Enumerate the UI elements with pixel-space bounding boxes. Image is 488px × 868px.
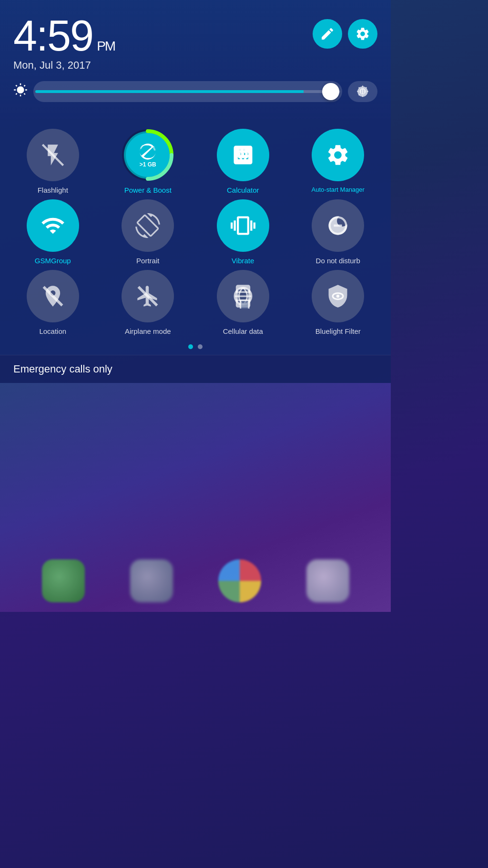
dock-icon-gray[interactable] xyxy=(130,559,173,602)
emergency-bar: Emergency calls only xyxy=(0,355,391,383)
qs-item-bluelight[interactable]: Bluelight Filter xyxy=(293,270,384,336)
homescreen-area xyxy=(0,383,391,612)
settings-button[interactable] xyxy=(348,19,377,49)
brightness-low-icon xyxy=(13,83,28,101)
dock-icon-chrome[interactable] xyxy=(218,559,261,602)
qs-item-cellular[interactable]: Cellular data xyxy=(198,270,288,336)
qs-label-portrait: Portrait xyxy=(136,257,159,265)
svg-point-8 xyxy=(242,159,244,162)
qs-item-airplane[interactable]: Airplane mode xyxy=(103,270,193,336)
dot-1[interactable] xyxy=(188,344,193,349)
emergency-text: Emergency calls only xyxy=(13,363,112,375)
qs-label-cellular: Cellular data xyxy=(223,327,263,336)
brightness-slider[interactable] xyxy=(33,81,342,102)
svg-text:●: ● xyxy=(337,153,339,156)
svg-point-5 xyxy=(242,156,244,158)
qs-item-autostart[interactable]: ● Auto-start Manager xyxy=(293,129,384,195)
qs-item-calculator[interactable]: Calculator xyxy=(198,129,288,195)
time-ampm: PM xyxy=(97,39,115,53)
svg-point-10 xyxy=(238,153,241,155)
top-panel: 4:59PM Mon, Jul 3, 2017 xyxy=(0,0,391,119)
svg-point-6 xyxy=(245,156,248,158)
svg-point-4 xyxy=(238,156,241,158)
qs-label-bluelight: Bluelight Filter xyxy=(315,327,361,336)
svg-rect-3 xyxy=(238,148,248,152)
qs-item-flashlight[interactable]: Flashlight xyxy=(8,129,98,195)
notes-edit-button[interactable] xyxy=(313,19,342,49)
svg-point-7 xyxy=(238,159,241,162)
dot-2[interactable] xyxy=(198,344,203,349)
qs-label-calculator: Calculator xyxy=(227,186,259,195)
power-boost-sub: >1 GB xyxy=(140,161,156,168)
dock-icon-light[interactable] xyxy=(306,559,349,602)
qs-label-autostart: Auto-start Manager xyxy=(312,186,365,194)
qs-label-power-boost: Power & Boost xyxy=(124,186,172,195)
qs-label-location: Location xyxy=(39,327,66,336)
qs-label-donotdisturb: Do not disturb xyxy=(316,257,360,265)
dock-icon-green[interactable] xyxy=(42,559,85,602)
qs-item-gsmgroup[interactable]: GSMGroup xyxy=(8,199,98,265)
pagination-dots xyxy=(0,341,391,355)
qs-label-gsmgroup: GSMGroup xyxy=(35,257,71,265)
svg-rect-21 xyxy=(240,300,248,309)
qs-item-portrait[interactable]: Portrait xyxy=(103,199,193,265)
svg-point-11 xyxy=(242,153,244,155)
qs-item-vibrate[interactable]: Vibrate xyxy=(198,199,288,265)
auto-brightness-button[interactable] xyxy=(348,81,377,102)
svg-point-12 xyxy=(245,153,248,155)
svg-point-23 xyxy=(336,295,340,298)
qs-item-power-boost[interactable]: >1 GB Power & Boost xyxy=(103,129,193,195)
date-display: Mon, Jul 3, 2017 xyxy=(13,59,115,72)
svg-point-9 xyxy=(245,159,248,162)
time-block: 4:59PM Mon, Jul 3, 2017 xyxy=(13,14,115,72)
brightness-row xyxy=(13,81,377,102)
qs-label-vibrate: Vibrate xyxy=(232,257,254,265)
qs-item-location[interactable]: Location xyxy=(8,270,98,336)
qs-item-donotdisturb[interactable]: Do not disturb xyxy=(293,199,384,265)
qs-label-flashlight: Flashlight xyxy=(38,186,68,195)
quick-settings-panel: Flashlight >1 GB xyxy=(0,119,391,355)
time-display: 4:59 xyxy=(13,12,93,60)
qs-label-airplane: Airplane mode xyxy=(125,327,171,336)
